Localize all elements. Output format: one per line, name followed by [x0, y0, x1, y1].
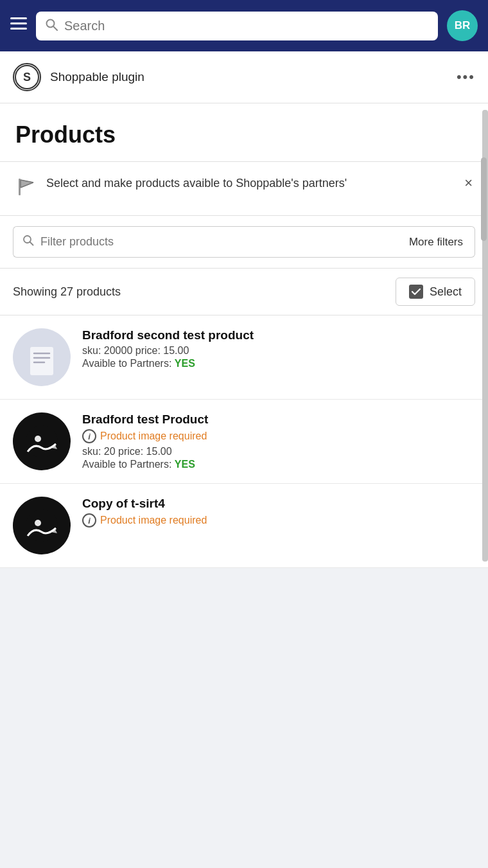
svg-point-21	[35, 520, 41, 526]
table-row[interactable]: Bradford test Product i Product image re…	[0, 400, 488, 484]
product-name: Bradford second test product	[82, 328, 475, 342]
product-meta: sku: 20 price: 15.00	[82, 446, 475, 457]
table-row[interactable]: Copy of t-sirt4 i Product image required	[0, 484, 488, 568]
banner-text: Select and make products avaible to Shop…	[46, 175, 455, 192]
search-input[interactable]	[64, 19, 429, 33]
svg-rect-1	[10, 22, 27, 24]
info-icon: i	[82, 429, 96, 443]
product-warning: i Product image required	[82, 429, 475, 443]
plugin-title: Shoppable plugin	[50, 70, 457, 84]
filter-row: More filters	[0, 216, 488, 269]
product-name: Bradford test Product	[82, 412, 475, 427]
svg-rect-2	[10, 28, 27, 30]
scroll-area: Products Select and make products avaibl…	[0, 103, 488, 568]
product-image-black	[13, 412, 71, 470]
product-name: Copy of t-sirt4	[82, 497, 475, 511]
products-title: Products	[15, 121, 473, 148]
filter-input-wrap	[13, 226, 397, 258]
product-warning: i Product image required	[82, 513, 475, 527]
plugin-logo: S	[13, 63, 41, 91]
banner-close-button[interactable]: ×	[464, 175, 473, 191]
partners-yes-badge: YES	[175, 459, 195, 470]
flag-icon	[15, 176, 37, 202]
select-button[interactable]: Select	[396, 278, 475, 306]
search-bar[interactable]	[36, 12, 438, 40]
product-partners: Avaible to Partners: YES	[82, 459, 475, 470]
table-row[interactable]: Bradford second test product sku: 20000 …	[0, 315, 488, 400]
plugin-header: S Shoppable plugin •••	[0, 51, 488, 103]
svg-point-20	[26, 509, 58, 542]
product-partners: Avaible to Partners: YES	[82, 358, 475, 369]
filter-search-icon	[22, 235, 34, 249]
product-info: Copy of t-sirt4 i Product image required	[82, 497, 475, 530]
svg-point-17	[26, 425, 58, 457]
products-section: Products	[0, 103, 488, 162]
more-options-button[interactable]: •••	[457, 69, 475, 85]
showing-count-text: Showing 27 products	[13, 285, 121, 299]
svg-rect-0	[10, 17, 27, 19]
search-icon	[45, 18, 58, 34]
filter-products-input[interactable]	[40, 235, 388, 249]
info-icon: i	[82, 513, 96, 527]
svg-point-18	[35, 436, 41, 442]
product-info: Bradford second test product sku: 20000 …	[82, 328, 475, 369]
more-filters-button[interactable]: More filters	[397, 226, 475, 258]
scrollbar-thumb[interactable]	[481, 157, 487, 241]
product-image-black	[13, 497, 71, 554]
product-meta: sku: 20000 price: 15.00	[82, 345, 475, 357]
svg-text:S: S	[23, 71, 31, 84]
showing-row: Showing 27 products Select	[0, 269, 488, 315]
partners-yes-badge: YES	[175, 358, 195, 369]
product-info: Bradford test Product i Product image re…	[82, 412, 475, 470]
product-list: Bradford second test product sku: 20000 …	[0, 315, 488, 568]
banner: Select and make products avaible to Shop…	[0, 162, 488, 216]
product-image-placeholder	[13, 328, 71, 386]
select-label: Select	[430, 285, 462, 299]
svg-rect-13	[30, 347, 53, 375]
avatar[interactable]: BR	[447, 10, 478, 41]
svg-line-12	[30, 242, 33, 245]
svg-line-4	[53, 26, 57, 30]
menu-icon[interactable]	[10, 17, 27, 34]
select-checkbox-icon	[409, 285, 423, 299]
app-header: BR	[0, 0, 488, 51]
